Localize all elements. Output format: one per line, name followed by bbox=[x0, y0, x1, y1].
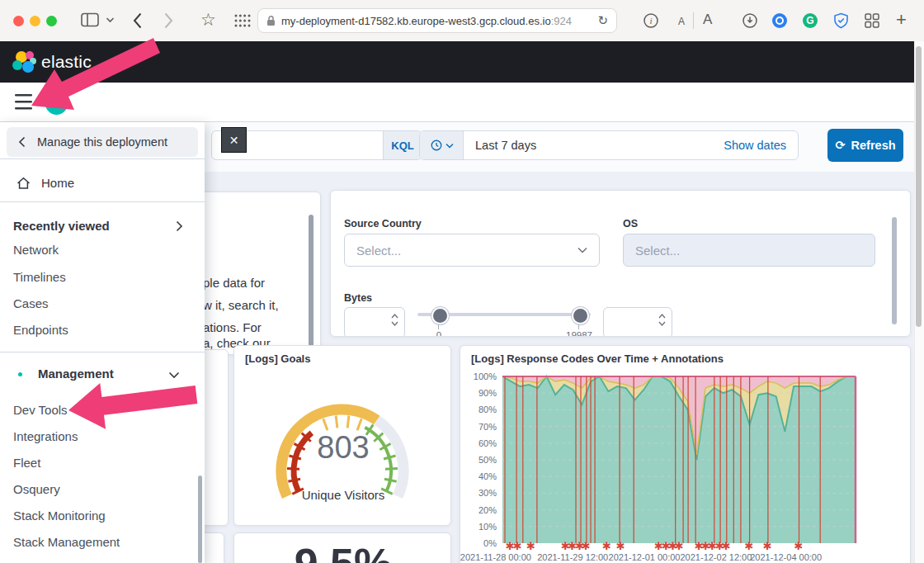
show-dates-button[interactable]: Show dates bbox=[724, 139, 786, 152]
browser-toolbar: ☆ my-deployment-d17582.kb.europe-west3.g… bbox=[0, 0, 924, 42]
stepper-icon[interactable] bbox=[391, 314, 398, 326]
sidebar-item-stack-management[interactable]: Stack Management bbox=[0, 530, 205, 555]
slider-min-label: 0 bbox=[426, 330, 452, 337]
clear-query-button[interactable]: ✕ bbox=[221, 127, 247, 153]
annotation-marker-icon[interactable]: ✱ bbox=[602, 540, 611, 552]
metric-panel: 9.5% bbox=[233, 532, 451, 563]
stepper-icon[interactable] bbox=[658, 314, 666, 326]
annotation-marker-icon[interactable]: ✱ bbox=[722, 540, 731, 552]
url-text: my-deployment-d17582.kb.europe-west3.gcp… bbox=[281, 15, 572, 27]
bytes-min-input[interactable] bbox=[344, 307, 405, 337]
downloads-icon[interactable] bbox=[742, 13, 757, 28]
menu-scrollbar[interactable] bbox=[198, 475, 202, 563]
response-codes-panel: [Logs] Response Codes Over Time + Annota… bbox=[460, 345, 911, 563]
annotation-marker-icon[interactable]: ✱ bbox=[745, 540, 754, 552]
text-larger-icon[interactable]: A bbox=[703, 12, 712, 28]
time-range-picker[interactable]: Last 7 days Show dates bbox=[419, 130, 799, 160]
sidebar-item-integrations[interactable]: Integrations bbox=[0, 424, 205, 449]
sidebar-item-osquery[interactable]: Osquery bbox=[0, 477, 205, 502]
forward-icon[interactable] bbox=[163, 12, 174, 30]
dashboard-toolbar: Dashboard [Logs] Web Traffic ✓ Full scre… bbox=[0, 83, 924, 122]
annotation-marker-icon[interactable]: ✱ bbox=[794, 540, 804, 552]
sidebar-item-dev-tools[interactable]: Dev Tools bbox=[0, 398, 205, 423]
sidebar-item-fleet[interactable]: Fleet bbox=[0, 451, 205, 475]
reader-info-icon[interactable]: i bbox=[644, 13, 658, 28]
sidebar-toggle-icon[interactable] bbox=[81, 12, 99, 27]
slider-tick bbox=[578, 324, 579, 329]
annotation-marker-icon[interactable]: ✱ bbox=[675, 540, 684, 552]
reload-icon[interactable]: ↻ bbox=[597, 13, 608, 28]
divider bbox=[0, 158, 205, 159]
elastic-logo-icon[interactable] bbox=[12, 50, 36, 74]
annotation-marker-icon[interactable]: ✱ bbox=[582, 540, 591, 552]
goals-panel: [Logs] Goals 803 Unique Visitors bbox=[233, 345, 451, 526]
markdown-text-line: ations. For bbox=[203, 320, 262, 334]
kql-language-button[interactable]: KQL bbox=[383, 131, 422, 159]
panel-title: [Logs] Goals bbox=[245, 352, 310, 365]
back-icon[interactable] bbox=[132, 12, 143, 30]
slider-handle-max[interactable] bbox=[572, 307, 589, 324]
time-range-value[interactable]: Last 7 days bbox=[475, 139, 724, 152]
sidebar-item-cases[interactable]: Cases bbox=[0, 291, 205, 316]
close-window-button[interactable] bbox=[13, 16, 24, 26]
zoom-window-button[interactable] bbox=[46, 16, 57, 26]
chevron-down-icon[interactable] bbox=[106, 17, 115, 23]
panel-scrollbar[interactable] bbox=[892, 217, 897, 324]
tab-overview-icon[interactable] bbox=[234, 14, 251, 27]
slider-handle-min[interactable] bbox=[431, 307, 449, 324]
y-axis-tick-label: 0% bbox=[460, 538, 497, 548]
bytes-max-input[interactable] bbox=[603, 307, 672, 337]
sidebar-item-network[interactable]: Network bbox=[0, 244, 205, 263]
x-axis-tick-label: 2021-12-04 00:00 bbox=[741, 552, 832, 562]
y-axis-tick-label: 100% bbox=[460, 371, 497, 381]
response-codes-chart bbox=[460, 346, 912, 561]
chevron-right-icon[interactable] bbox=[176, 220, 183, 232]
bytes-label: Bytes bbox=[344, 292, 372, 304]
y-axis-tick-label: 10% bbox=[460, 522, 497, 532]
y-axis-tick-label: 20% bbox=[460, 505, 497, 515]
divider bbox=[693, 12, 694, 29]
y-axis-tick-label: 80% bbox=[460, 405, 497, 414]
text-smaller-icon[interactable]: A bbox=[678, 16, 685, 27]
sidebar-section-recently-viewed[interactable]: Recently viewed bbox=[0, 211, 205, 241]
metric-value: 9.5% bbox=[234, 539, 452, 563]
annotation-marker-icon[interactable]: ✱ bbox=[616, 540, 625, 552]
time-picker-quick-menu[interactable] bbox=[420, 131, 464, 159]
chevron-down-icon bbox=[446, 143, 454, 149]
annotation-marker-icon[interactable]: ✱ bbox=[513, 540, 522, 552]
recent-items-list: Network Timelines Cases Endpoints bbox=[0, 244, 205, 348]
slider-tick bbox=[438, 324, 439, 329]
minimize-window-button[interactable] bbox=[30, 16, 40, 26]
slider-max-label: 19987 bbox=[560, 330, 598, 337]
annotation-marker-icon[interactable]: ✱ bbox=[526, 540, 535, 552]
os-select[interactable]: Select... bbox=[623, 234, 875, 267]
grammarly-icon[interactable]: G bbox=[803, 13, 818, 28]
space-avatar[interactable] bbox=[45, 92, 68, 115]
address-bar[interactable]: my-deployment-d17582.kb.europe-west3.gcp… bbox=[257, 8, 617, 33]
y-axis-tick-label: 70% bbox=[460, 422, 497, 432]
chevron-down-icon bbox=[578, 247, 587, 253]
brand-name[interactable]: elastic bbox=[41, 52, 92, 72]
source-country-select[interactable]: Select... bbox=[344, 234, 600, 267]
refresh-icon: ⟳ bbox=[835, 139, 845, 152]
markdown-text-line: ple data for bbox=[203, 276, 265, 290]
manage-deployment-button[interactable]: Manage this deployment bbox=[7, 127, 198, 157]
password-manager-icon[interactable] bbox=[772, 13, 787, 28]
sidebar-item-timelines[interactable]: Timelines bbox=[0, 265, 205, 290]
refresh-button[interactable]: ⟳ Refresh bbox=[827, 129, 903, 162]
application-window: ☆ my-deployment-d17582.kb.europe-west3.g… bbox=[0, 0, 924, 563]
sidebar-item-endpoints[interactable]: Endpoints bbox=[0, 318, 205, 343]
extensions-grid-icon[interactable] bbox=[865, 13, 879, 28]
annotation-marker-icon[interactable]: ✱ bbox=[763, 540, 772, 552]
bookmark-star-icon[interactable]: ☆ bbox=[200, 10, 216, 30]
scrollbar-thumb[interactable] bbox=[916, 46, 922, 327]
privacy-shield-icon[interactable] bbox=[833, 12, 849, 29]
sidebar-item-stack-monitoring[interactable]: Stack Monitoring bbox=[0, 504, 205, 528]
source-country-label: Source Country bbox=[344, 218, 422, 229]
new-tab-icon[interactable]: + bbox=[896, 9, 907, 31]
gauge-value: 803 bbox=[234, 430, 452, 466]
panel-scrollbar[interactable] bbox=[309, 215, 314, 347]
os-label: OS bbox=[623, 218, 638, 229]
hamburger-menu-icon[interactable] bbox=[15, 94, 33, 110]
chevron-down-icon[interactable] bbox=[168, 371, 180, 379]
